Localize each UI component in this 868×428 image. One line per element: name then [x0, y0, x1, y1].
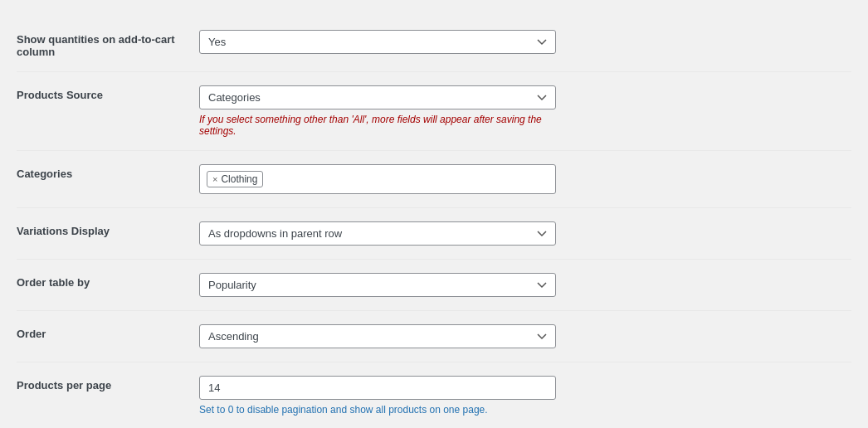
variations-display-control: As dropdowns in parent row As separate r…	[199, 221, 556, 246]
order-table-by-select-wrapper: Popularity Name Price Date Rating	[199, 273, 556, 297]
category-tag-clothing: × Clothing	[207, 171, 263, 187]
products-source-select-wrapper: All Categories Tags Products	[199, 85, 556, 109]
order-select[interactable]: Ascending Descending	[199, 324, 556, 348]
products-per-page-label: Products per page	[17, 376, 199, 392]
tag-label-clothing: Clothing	[221, 173, 257, 185]
categories-input-wrapper[interactable]: × Clothing	[199, 164, 556, 194]
order-table-by-label: Order table by	[17, 273, 199, 289]
order-table-by-row: Order table by Popularity Name Price Dat…	[17, 260, 851, 311]
variations-display-row: Variations Display As dropdowns in paren…	[17, 208, 851, 260]
categories-control: × Clothing	[199, 164, 556, 194]
products-source-hint: If you select something other than 'All'…	[199, 114, 556, 137]
variations-display-select-wrapper: As dropdowns in parent row As separate r…	[199, 221, 556, 246]
order-row: Order Ascending Descending	[17, 311, 851, 362]
show-quantities-row: Show quantities on add-to-cart column Ye…	[17, 17, 851, 72]
variations-display-select[interactable]: As dropdowns in parent row As separate r…	[199, 221, 556, 246]
order-control: Ascending Descending	[199, 324, 556, 348]
products-source-select[interactable]: All Categories Tags Products	[199, 85, 556, 109]
show-quantities-label: Show quantities on add-to-cart column	[17, 30, 199, 58]
products-source-row: Products Source All Categories Tags Prod…	[17, 72, 851, 151]
products-source-control: All Categories Tags Products If you sele…	[199, 85, 556, 137]
products-per-page-row: Products per page Set to 0 to disable pa…	[17, 362, 851, 428]
show-quantities-control: Yes No	[199, 30, 556, 54]
order-label: Order	[17, 324, 199, 340]
categories-label: Categories	[17, 164, 199, 180]
order-table-by-select[interactable]: Popularity Name Price Date Rating	[199, 273, 556, 297]
order-select-wrapper: Ascending Descending	[199, 324, 556, 348]
show-quantities-select[interactable]: Yes No	[199, 30, 556, 54]
variations-display-label: Variations Display	[17, 221, 199, 237]
products-source-label: Products Source	[17, 85, 199, 101]
products-per-page-input[interactable]	[199, 376, 556, 400]
show-quantities-select-wrapper: Yes No	[199, 30, 556, 54]
order-table-by-control: Popularity Name Price Date Rating	[199, 273, 556, 297]
products-per-page-hint: Set to 0 to disable pagination and show …	[199, 404, 556, 416]
categories-row: Categories × Clothing	[17, 151, 851, 208]
tag-remove-clothing[interactable]: ×	[212, 175, 217, 184]
settings-container: Show quantities on add-to-cart column Ye…	[0, 0, 868, 428]
products-per-page-control: Set to 0 to disable pagination and show …	[199, 376, 556, 416]
